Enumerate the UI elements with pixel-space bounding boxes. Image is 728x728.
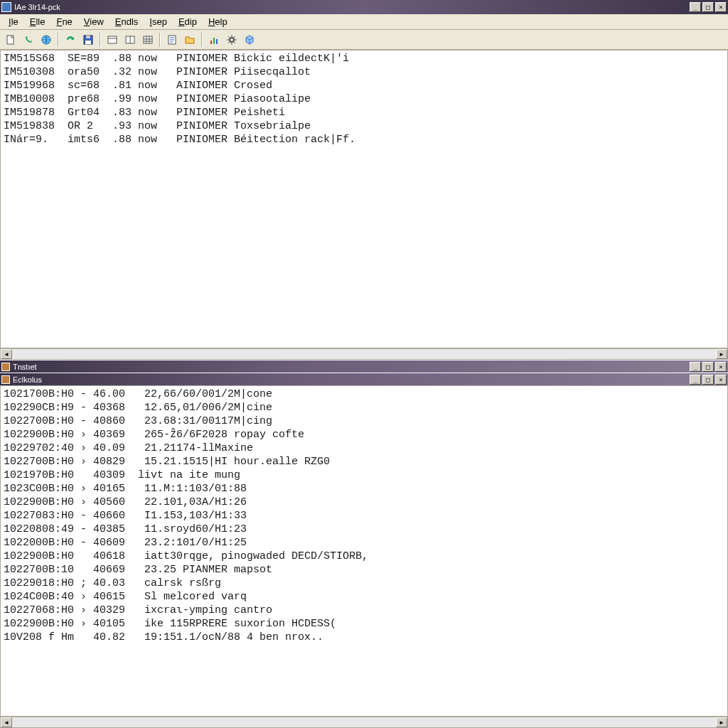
tool-file[interactable]	[3, 32, 18, 48]
scroll-left-icon[interactable]: ◄	[1, 349, 12, 359]
upper-hscrollbar[interactable]: ◄ ►	[0, 348, 728, 360]
tool-phone[interactable]	[21, 32, 36, 48]
refresh-icon	[65, 34, 76, 46]
panel-icon	[107, 34, 118, 46]
upper-pane[interactable]: IM515S68 SE=89 .88 now PINIOMER Bickic e…	[0, 50, 728, 348]
sub-titlebar-2: Eclkolus _ □ ×	[0, 373, 728, 385]
split-icon	[124, 34, 136, 46]
log-row[interactable]: IMB10008 pre68 .99 now PINIOMER Piasoota…	[4, 92, 724, 106]
log-row[interactable]: INár=9. imts6 .88 now PINIOMER Béitectio…	[4, 133, 724, 146]
log-row[interactable]: 1022900B:H0 40618 iatt30rqge, pinogwaded…	[4, 550, 724, 563]
log-row[interactable]: 10220808:49 - 40385 11.sroyd60/H1:23	[4, 523, 724, 536]
svg-rect-9	[144, 36, 152, 43]
lower-hscrollbar[interactable]: ◄ ►	[0, 717, 728, 728]
lower-pane[interactable]: 1021700B:H0 - 46.00 22,66/60/001/2M|cone…	[0, 385, 728, 717]
close-button[interactable]: ×	[715, 2, 727, 12]
svg-rect-4	[85, 41, 91, 44]
svg-rect-11	[210, 41, 212, 44]
tool-globe[interactable]	[38, 32, 54, 48]
sub1-maximize[interactable]: □	[702, 362, 714, 372]
log-row[interactable]: IM519968 sc=68 .81 now AINIOMER Crosed	[4, 79, 724, 92]
sub2-close[interactable]: ×	[715, 375, 727, 385]
sub1-close[interactable]: ×	[715, 362, 727, 372]
log-row[interactable]: IM515S68 SE=89 .88 now PINIOMER Bickic e…	[4, 52, 724, 65]
svg-rect-12	[213, 38, 215, 44]
cube-icon	[244, 34, 255, 46]
menu-help[interactable]: Help	[203, 15, 233, 28]
maximize-icon: □	[706, 4, 710, 11]
panel-icon	[1, 375, 10, 384]
tool-panel2[interactable]	[122, 32, 138, 48]
log-row[interactable]: IM510308 ora50 .32 now PINIOMER Piisecqa…	[4, 65, 724, 79]
sub1-minimize[interactable]: _	[690, 362, 701, 372]
menu-elle[interactable]: Elle	[24, 15, 51, 28]
sub2-minimize[interactable]: _	[690, 375, 701, 385]
scroll-track[interactable]	[12, 349, 716, 359]
scroll-left-icon[interactable]: ◄	[1, 717, 12, 727]
log-row[interactable]: 1022700B:H0 › 40829 15.21.1515|HI hour.e…	[4, 455, 724, 469]
log-row[interactable]: 1022900B:H0 › 40369 265-ẑ6/6F2028 ropay …	[4, 428, 724, 441]
toolbar-sep	[201, 33, 203, 47]
menu-isep[interactable]: Isep	[144, 15, 173, 28]
menubar: Ile Elle Fne View Endls Isep Edip Help	[0, 14, 728, 30]
log-row[interactable]: 102290CB:H9 - 40368 12.65,01/006/2M|cine	[4, 401, 724, 414]
phone-icon	[23, 34, 34, 46]
gear-icon	[226, 34, 237, 46]
log-row[interactable]: IM519838 OR 2 .93 now PINIOMER Toxsebria…	[4, 119, 724, 133]
scroll-right-icon[interactable]: ►	[716, 717, 727, 727]
log-row[interactable]: 10229702:40 › 40.09 21.21174-llMaxine	[4, 441, 724, 455]
maximize-button[interactable]: □	[702, 2, 714, 12]
log-row[interactable]: 1022700B:H0 - 40860 23.68:31/00117M|cing	[4, 414, 724, 428]
log-row[interactable]: 1021700B:H0 - 46.00 22,66/60/001/2M|cone	[4, 387, 724, 401]
grid-icon	[142, 34, 154, 46]
folder-icon	[184, 34, 196, 46]
log-row[interactable]: 1023C00B:H0 › 40165 11.M:1:103/01:88	[4, 482, 724, 496]
panel-icon	[1, 363, 10, 371]
scroll-right-icon[interactable]: ►	[716, 349, 727, 359]
menu-file[interactable]: Ile	[3, 15, 24, 28]
tool-save[interactable]	[80, 32, 96, 48]
log-row[interactable]: 10229018:H0 ; 40.03 calrsk rsßrg	[4, 577, 724, 590]
window-title: IAe 3lr14-pck	[14, 3, 60, 11]
svg-rect-0	[7, 36, 14, 44]
scroll-track[interactable]	[12, 717, 716, 727]
file-icon	[5, 34, 16, 46]
menu-endls[interactable]: Endls	[109, 15, 144, 28]
menu-edip[interactable]: Edip	[173, 15, 203, 28]
tool-open[interactable]	[164, 32, 180, 48]
toolbar	[0, 30, 728, 50]
minimize-icon: _	[693, 4, 697, 11]
sub-title-1: Tnstıet	[13, 363, 37, 371]
toolbar-sep	[100, 33, 101, 47]
log-row[interactable]: IM519878 Grt04 .83 now PINIOMER Peisheti	[4, 106, 724, 119]
sub2-maximize[interactable]: □	[702, 375, 714, 385]
toolbar-sep	[159, 33, 161, 47]
log-row[interactable]: 1022900B:H0 › 40105 ike 115RPRERE suxori…	[4, 617, 724, 631]
minimize-button[interactable]: _	[690, 2, 701, 12]
tool-view[interactable]	[140, 32, 156, 48]
log-row[interactable]: 10227083:H0 - 40660 I1.153,103/H1:33	[4, 509, 724, 523]
log-row[interactable]: 1022900B:H0 › 40560 22.101,03A/H1:26	[4, 496, 724, 509]
globe-icon	[41, 34, 52, 46]
log-row[interactable]: 1022700B:10 40669 23.25 PIANMER mapsot	[4, 563, 724, 577]
menu-view[interactable]: View	[78, 15, 109, 28]
log-row[interactable]: 1021970B:H0 40309 livt na ite mung	[4, 469, 724, 482]
tool-cube[interactable]	[242, 32, 257, 48]
log-row[interactable]: 10V208 f Hm 40.82 19:151.1/ocN/88 4 ben …	[4, 631, 724, 644]
tool-folder[interactable]	[182, 32, 198, 48]
tool-panel[interactable]	[105, 32, 120, 48]
log-row[interactable]: 10227068:H0 › 40329 ixcraι-ymping cantro	[4, 604, 724, 617]
menu-fne[interactable]: Fne	[50, 15, 77, 28]
main-window: IAe 3lr14-pck _ □ × Ile Elle Fne View En…	[0, 0, 728, 728]
log-row[interactable]: 1022000B:H0 - 40609 23.2:101/0/H1:25	[4, 536, 724, 550]
tool-chart[interactable]	[206, 32, 222, 48]
doc-icon	[166, 34, 178, 46]
tool-gear[interactable]	[224, 32, 240, 48]
svg-rect-3	[86, 36, 90, 38]
sub-title-2: Eclkolus	[13, 375, 42, 384]
log-row[interactable]: 1024C00B:40 › 40615 Sl melcored varq	[4, 590, 724, 604]
sub-titlebar-1: Tnstıet _ □ ×	[0, 360, 728, 373]
titlebar: IAe 3lr14-pck _ □ ×	[0, 0, 728, 14]
tool-refresh[interactable]	[63, 32, 78, 48]
svg-rect-13	[216, 39, 218, 44]
